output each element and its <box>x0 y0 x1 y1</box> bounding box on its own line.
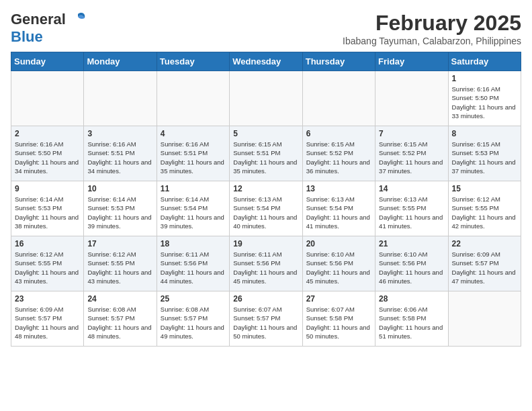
day-number: 16 <box>15 239 80 248</box>
calendar-cell: 26Sunrise: 6:07 AM Sunset: 5:57 PM Dayli… <box>230 291 302 347</box>
day-number: 3 <box>87 129 152 138</box>
day-number: 24 <box>87 294 152 304</box>
day-info: Sunrise: 6:13 AM Sunset: 5:54 PM Dayligh… <box>233 195 298 230</box>
day-info: Sunrise: 6:13 AM Sunset: 5:54 PM Dayligh… <box>306 195 371 230</box>
day-of-week-header: Thursday <box>302 52 375 71</box>
day-number: 15 <box>452 184 517 193</box>
day-number: 8 <box>452 129 517 138</box>
day-info: Sunrise: 6:12 AM Sunset: 5:55 PM Dayligh… <box>87 250 152 285</box>
day-info: Sunrise: 6:14 AM Sunset: 5:54 PM Dayligh… <box>161 195 226 230</box>
day-info: Sunrise: 6:10 AM Sunset: 5:56 PM Dayligh… <box>379 250 444 285</box>
day-info: Sunrise: 6:10 AM Sunset: 5:56 PM Dayligh… <box>306 250 371 285</box>
day-info: Sunrise: 6:14 AM Sunset: 5:53 PM Dayligh… <box>87 195 152 230</box>
title-section: February 2025 Ibabang Tayuman, Calabarzo… <box>343 11 521 46</box>
calendar-cell <box>302 71 375 126</box>
day-of-week-header: Friday <box>375 52 448 71</box>
calendar-week-row: 23Sunrise: 6:09 AM Sunset: 5:57 PM Dayli… <box>11 291 521 347</box>
day-number: 26 <box>233 294 298 304</box>
day-info: Sunrise: 6:12 AM Sunset: 5:55 PM Dayligh… <box>452 195 517 230</box>
day-of-week-header: Monday <box>84 52 157 71</box>
calendar-header-row: SundayMondayTuesdayWednesdayThursdayFrid… <box>11 52 521 71</box>
calendar-cell: 27Sunrise: 6:07 AM Sunset: 5:58 PM Dayli… <box>302 291 375 347</box>
calendar-cell: 28Sunrise: 6:06 AM Sunset: 5:58 PM Dayli… <box>375 291 448 347</box>
calendar-cell: 16Sunrise: 6:12 AM Sunset: 5:55 PM Dayli… <box>11 236 84 291</box>
calendar-cell: 25Sunrise: 6:08 AM Sunset: 5:57 PM Dayli… <box>157 291 229 347</box>
day-info: Sunrise: 6:13 AM Sunset: 5:55 PM Dayligh… <box>379 195 444 230</box>
calendar-cell: 10Sunrise: 6:14 AM Sunset: 5:53 PM Dayli… <box>84 181 157 236</box>
calendar-cell: 20Sunrise: 6:10 AM Sunset: 5:56 PM Dayli… <box>302 236 375 291</box>
calendar-cell: 2Sunrise: 6:16 AM Sunset: 5:50 PM Daylig… <box>11 126 84 181</box>
day-number: 18 <box>161 239 226 248</box>
calendar-cell <box>11 71 84 126</box>
calendar-cell: 15Sunrise: 6:12 AM Sunset: 5:55 PM Dayli… <box>448 181 521 236</box>
day-number: 1 <box>452 74 517 83</box>
day-info: Sunrise: 6:08 AM Sunset: 5:57 PM Dayligh… <box>87 305 152 340</box>
calendar-cell: 11Sunrise: 6:14 AM Sunset: 5:54 PM Dayli… <box>157 181 229 236</box>
calendar-cell: 22Sunrise: 6:09 AM Sunset: 5:57 PM Dayli… <box>448 236 521 291</box>
page-header: General Blue February 2025 Ibabang Tayum… <box>11 11 521 46</box>
day-info: Sunrise: 6:06 AM Sunset: 5:58 PM Dayligh… <box>379 305 444 340</box>
calendar-cell: 12Sunrise: 6:13 AM Sunset: 5:54 PM Dayli… <box>230 181 302 236</box>
day-number: 21 <box>379 239 444 248</box>
day-info: Sunrise: 6:08 AM Sunset: 5:57 PM Dayligh… <box>161 305 226 340</box>
day-number: 23 <box>15 294 80 304</box>
calendar-week-row: 9Sunrise: 6:14 AM Sunset: 5:53 PM Daylig… <box>11 181 521 236</box>
calendar-cell: 13Sunrise: 6:13 AM Sunset: 5:54 PM Dayli… <box>302 181 375 236</box>
day-number: 4 <box>161 129 226 138</box>
day-number: 17 <box>87 239 152 248</box>
calendar-cell: 18Sunrise: 6:11 AM Sunset: 5:56 PM Dayli… <box>157 236 229 291</box>
logo-text-general: General <box>11 11 66 28</box>
calendar-cell: 7Sunrise: 6:15 AM Sunset: 5:52 PM Daylig… <box>375 126 448 181</box>
calendar-cell <box>84 71 157 126</box>
calendar-week-row: 2Sunrise: 6:16 AM Sunset: 5:50 PM Daylig… <box>11 126 521 181</box>
calendar-cell: 24Sunrise: 6:08 AM Sunset: 5:57 PM Dayli… <box>84 291 157 347</box>
day-number: 25 <box>161 294 226 304</box>
day-info: Sunrise: 6:16 AM Sunset: 5:51 PM Dayligh… <box>87 140 152 175</box>
day-info: Sunrise: 6:14 AM Sunset: 5:53 PM Dayligh… <box>15 195 80 230</box>
day-number: 28 <box>379 294 444 304</box>
day-of-week-header: Sunday <box>11 52 84 71</box>
logo-text-blue: Blue <box>11 28 43 45</box>
day-number: 12 <box>233 184 298 193</box>
day-number: 9 <box>15 184 80 193</box>
calendar-cell: 14Sunrise: 6:13 AM Sunset: 5:55 PM Dayli… <box>375 181 448 236</box>
day-number: 10 <box>87 184 152 193</box>
calendar-cell: 6Sunrise: 6:15 AM Sunset: 5:52 PM Daylig… <box>302 126 375 181</box>
day-of-week-header: Saturday <box>448 52 521 71</box>
calendar-cell: 8Sunrise: 6:15 AM Sunset: 5:53 PM Daylig… <box>448 126 521 181</box>
day-info: Sunrise: 6:11 AM Sunset: 5:56 PM Dayligh… <box>161 250 226 285</box>
calendar-cell: 21Sunrise: 6:10 AM Sunset: 5:56 PM Dayli… <box>375 236 448 291</box>
day-of-week-header: Wednesday <box>230 52 302 71</box>
day-info: Sunrise: 6:11 AM Sunset: 5:56 PM Dayligh… <box>233 250 298 285</box>
day-info: Sunrise: 6:15 AM Sunset: 5:53 PM Dayligh… <box>452 140 517 175</box>
day-number: 22 <box>452 239 517 248</box>
logo-bird-icon <box>69 11 87 28</box>
calendar-cell: 4Sunrise: 6:16 AM Sunset: 5:51 PM Daylig… <box>157 126 229 181</box>
day-number: 19 <box>233 239 298 248</box>
day-info: Sunrise: 6:12 AM Sunset: 5:55 PM Dayligh… <box>15 250 80 285</box>
day-number: 14 <box>379 184 444 193</box>
calendar-cell: 17Sunrise: 6:12 AM Sunset: 5:55 PM Dayli… <box>84 236 157 291</box>
calendar-cell <box>230 71 302 126</box>
logo: General Blue <box>11 11 87 46</box>
day-number: 6 <box>306 129 371 138</box>
calendar-cell: 23Sunrise: 6:09 AM Sunset: 5:57 PM Dayli… <box>11 291 84 347</box>
day-info: Sunrise: 6:07 AM Sunset: 5:58 PM Dayligh… <box>306 305 371 340</box>
day-info: Sunrise: 6:15 AM Sunset: 5:52 PM Dayligh… <box>379 140 444 175</box>
calendar-cell: 5Sunrise: 6:15 AM Sunset: 5:51 PM Daylig… <box>230 126 302 181</box>
day-number: 7 <box>379 129 444 138</box>
calendar-cell: 1Sunrise: 6:16 AM Sunset: 5:50 PM Daylig… <box>448 71 521 126</box>
day-number: 2 <box>15 129 80 138</box>
day-info: Sunrise: 6:16 AM Sunset: 5:50 PM Dayligh… <box>15 140 80 175</box>
calendar-cell: 3Sunrise: 6:16 AM Sunset: 5:51 PM Daylig… <box>84 126 157 181</box>
day-info: Sunrise: 6:15 AM Sunset: 5:52 PM Dayligh… <box>306 140 371 175</box>
calendar-cell: 9Sunrise: 6:14 AM Sunset: 5:53 PM Daylig… <box>11 181 84 236</box>
calendar-table: SundayMondayTuesdayWednesdayThursdayFrid… <box>11 52 521 347</box>
day-info: Sunrise: 6:07 AM Sunset: 5:57 PM Dayligh… <box>233 305 298 340</box>
day-number: 11 <box>161 184 226 193</box>
calendar-cell <box>157 71 229 126</box>
day-number: 13 <box>306 184 371 193</box>
day-number: 27 <box>306 294 371 304</box>
day-info: Sunrise: 6:16 AM Sunset: 5:51 PM Dayligh… <box>161 140 226 175</box>
day-number: 5 <box>233 129 298 138</box>
